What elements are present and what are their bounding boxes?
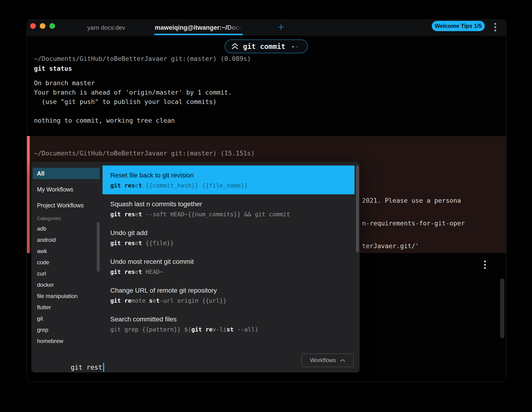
terminal-output-fragment: n-requirements-for-git-oper (362, 220, 465, 227)
workflow-palette: AllMy WorkflowsProject Workflows Categor… (31, 162, 360, 373)
terminal-output-fragment: 2021. Please use a persona (362, 197, 461, 204)
workflow-title: Search committed files (110, 316, 354, 323)
workflow-item-undo-git-add[interactable]: Undo git addgit reset {{file}} (103, 223, 354, 252)
new-tab-button[interactable]: + (278, 20, 284, 35)
category-android[interactable]: android (31, 234, 102, 245)
workflows-dropdown-label: Workflows (310, 357, 336, 364)
sidebar-item-project-workflows[interactable]: Project Workflows (33, 200, 100, 211)
workflow-title: Squash last n commits together (110, 200, 354, 208)
terminal-output-line: nothing to commit, working tree clean (34, 116, 251, 125)
category-grep[interactable]: grep (31, 324, 102, 336)
close-window-button[interactable] (30, 23, 36, 29)
terminal-output-line: On branch master (34, 78, 251, 88)
tab-active-session[interactable]: maweiqing@itwanger:~/Docum (155, 20, 243, 35)
terminal-output-fragment: terJavaer.git/' (362, 242, 419, 250)
minimize-window-button[interactable] (40, 23, 45, 29)
workflow-item-search-committed-files[interactable]: Search committed filesgit grep {{pattern… (103, 309, 354, 338)
workflow-command: git reset {{file}} (110, 240, 354, 246)
workflow-command: git grep {{pattern}} $(git rev-list --al… (110, 326, 354, 333)
workflow-item-reset-file-back-to-git-revision[interactable]: Reset file back to git revisiongit reset… (103, 166, 354, 194)
terminal-scrollbar[interactable] (500, 278, 504, 338)
command-block-1: ~/Documents/GitHub/toBeBetterJavaer git:… (34, 54, 251, 125)
terminal-output-line: (use "git push" to publish your local co… (34, 97, 251, 106)
palette-sidebar: AllMy WorkflowsProject Workflows Categor… (31, 162, 102, 373)
window-menu-kebab-icon[interactable] (494, 23, 496, 31)
sticky-command-pill[interactable]: git commit -- (225, 39, 308, 53)
command-input-value: git rest (71, 364, 102, 371)
category-adb[interactable]: adb (31, 223, 102, 234)
workflow-title: Undo most recent git commit (110, 258, 354, 265)
category-homebrew[interactable]: homebrew (31, 336, 102, 347)
terminal-output-line: Your branch is ahead of 'origin/master' … (34, 88, 251, 97)
workflow-item-squash-last-n-commits-together[interactable]: Squash last n commits togethergit reset … (103, 194, 354, 223)
terminal-output-line (34, 106, 251, 116)
workflow-item-undo-most-recent-git-commit[interactable]: Undo most recent git commitgit reset HEA… (103, 252, 354, 281)
workflow-list-scrollbar[interactable] (356, 166, 359, 253)
tab-yarn-docs-dev[interactable]: yarn docs:dev (87, 20, 125, 35)
block-options-kebab-icon[interactable] (484, 261, 486, 269)
category-file-manipulation[interactable]: file manipulation (31, 290, 102, 302)
tab-bar: yarn docs:dev maweiqing@itwanger:~/Docum… (27, 20, 506, 36)
active-tab-indicator (154, 34, 243, 35)
block1-output: On branch masterYour branch is ahead of … (34, 78, 251, 125)
workflow-command: git remote set-url origin {{url}} (110, 297, 354, 304)
command-input[interactable]: git rest (39, 356, 104, 379)
workflow-title: Change URL of remote git repository (110, 287, 354, 294)
prompt-line: ~/Documents/GitHub/toBeBetterJavaer git:… (34, 150, 255, 157)
workflow-list: Reset file back to git revisiongit reset… (103, 166, 354, 338)
workflows-dropdown-button[interactable]: Workflows (302, 354, 354, 367)
category-flutter[interactable]: flutter (31, 302, 102, 313)
workflow-title: Reset file back to git revision (110, 172, 354, 179)
zoom-window-button[interactable] (49, 23, 55, 29)
entered-command: git status (34, 64, 251, 73)
chevron-double-up-icon (231, 42, 238, 50)
workflow-title: Undo git add (110, 229, 354, 237)
sidebar-scrollbar[interactable] (97, 222, 100, 272)
workflow-command: git reset HEAD~ (110, 269, 354, 275)
category-docker[interactable]: docker (31, 279, 102, 290)
command-input-row: git rest Workflows (31, 347, 360, 373)
welcome-tips-button[interactable]: Welcome Tips 1/5 (432, 21, 485, 31)
workflow-command: git reset --soft HEAD~{{num_commits}} &&… (110, 211, 354, 218)
error-accent-bar (27, 136, 30, 253)
category-curl[interactable]: curl (31, 268, 102, 279)
text-cursor (103, 363, 104, 372)
category-git[interactable]: git (31, 313, 102, 324)
palette-categories: adbandroidawkcodecurldockerfile manipula… (31, 223, 102, 347)
categories-heading: Categories (37, 215, 102, 221)
terminal-window: yarn docs:dev maweiqing@itwanger:~/Docum… (27, 20, 506, 382)
sidebar-item-my-workflows[interactable]: My Workflows (33, 184, 100, 195)
workflow-command: git reset {{commit_hash}} {{file_name}} (110, 182, 354, 189)
category-awk[interactable]: awk (31, 245, 102, 257)
category-code[interactable]: code (31, 257, 102, 268)
pill-command-text: git commit (243, 42, 290, 51)
prompt-line: ~/Documents/GitHub/toBeBetterJavaer git:… (34, 54, 251, 64)
pill-command-fade-text: -- (291, 42, 299, 51)
sidebar-item-all[interactable]: All (33, 168, 100, 179)
palette-sidebar-items: AllMy WorkflowsProject Workflows (31, 168, 102, 211)
chevron-up-icon (340, 359, 345, 362)
workflow-item-change-url-of-remote-git-repository[interactable]: Change URL of remote git repositorygit r… (103, 281, 354, 309)
